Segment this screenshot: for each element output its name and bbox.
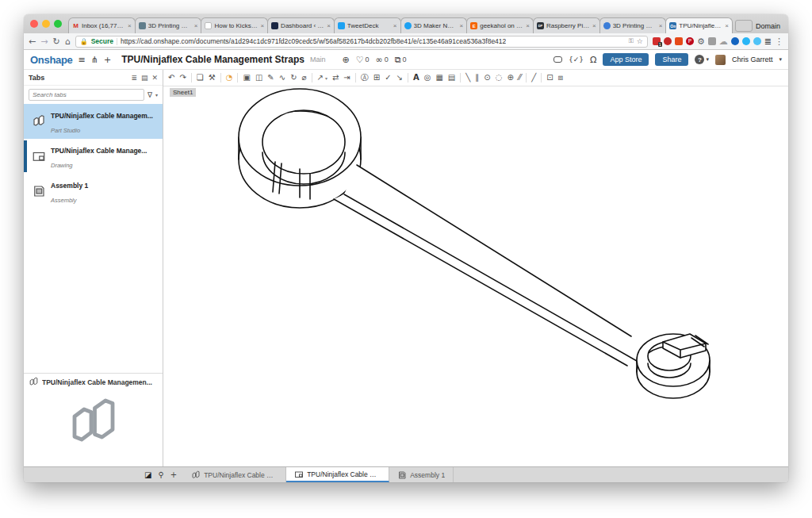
dimension-chevron-icon[interactable]: ▾ — [325, 75, 327, 81]
browser-tab-onshape-active[interactable]: On TPU/Ninjaflex Ca × — [665, 17, 733, 33]
preview-header[interactable]: TPU/Ninjaflex Cable Managemen... — [24, 374, 163, 390]
browser-tab-3d-printing-club[interactable]: 3D Printing Club × — [135, 17, 202, 33]
browser-tab-gmail[interactable]: M Inbox (16,778) - × — [68, 17, 136, 33]
centerline-pair-icon[interactable]: ∥ — [475, 74, 479, 82]
sheet-properties-icon[interactable]: ❏ — [197, 74, 204, 82]
extension-badge-icon[interactable]: 1 — [653, 37, 661, 45]
hole-table-icon[interactable]: ⊞ — [373, 74, 380, 82]
filter-funnel-icon[interactable]: ∇ — [147, 91, 152, 99]
browser-tab-tweetdeck[interactable]: TweetDeck × — [334, 17, 401, 33]
thread-circle-icon[interactable]: ⊕ — [507, 74, 513, 82]
sidebar-item-assembly[interactable]: Assembly 1Assembly — [24, 174, 163, 209]
bookmark-star-icon[interactable]: ☆ — [637, 38, 643, 45]
centerline-icon[interactable]: ╲ — [465, 74, 470, 82]
add-tab-icon[interactable]: + — [170, 470, 177, 479]
home-icon[interactable]: ⌂ — [65, 37, 71, 46]
doc-tab-drawing-active[interactable]: TPU/Ninjaflex Cable Ma... — [286, 467, 389, 482]
help-menu[interactable]: ? ▾ — [695, 55, 709, 64]
list-view-icon[interactable]: ≣ — [131, 74, 137, 82]
user-name[interactable]: Chris Garrett — [732, 56, 773, 63]
center-mark-icon[interactable]: ⊙ — [484, 74, 490, 82]
hatch-icon[interactable]: ⁄⁄ — [519, 74, 521, 82]
close-tab-icon[interactable]: × — [327, 22, 331, 29]
grid-view-icon[interactable]: ▤ — [141, 74, 148, 82]
doc-tab-part-studio[interactable]: TPU/Ninjaflex Cable Ma... — [183, 467, 286, 482]
projected-view-icon[interactable]: ↻ — [290, 74, 297, 82]
close-tab-icon[interactable]: × — [592, 22, 596, 29]
section-view-icon[interactable]: ⌀ — [302, 74, 307, 82]
linear-dimension-icon[interactable]: ⇄ — [332, 74, 339, 82]
workspace-name[interactable]: Main — [310, 56, 326, 63]
close-panel-icon[interactable]: ✕ — [151, 74, 158, 82]
weld-symbol-icon[interactable]: ↘ — [396, 74, 403, 82]
table-icon[interactable]: ▦ — [435, 74, 442, 82]
versions-icon[interactable]: ⋔ — [91, 55, 98, 65]
text-icon[interactable]: A — [413, 74, 419, 82]
person-extension-icon[interactable] — [675, 37, 683, 45]
bom-table-icon[interactable]: ▤ — [448, 74, 455, 82]
edit-tools-icon[interactable]: ⚒ — [209, 74, 216, 82]
url-field[interactable]: 🔒 Secure https://cad.onshape.com/documen… — [75, 36, 648, 48]
share-button[interactable]: Share — [655, 53, 688, 66]
redo-icon[interactable]: ↷ — [179, 74, 186, 82]
layers-extension-icon[interactable]: ≣ — [764, 37, 772, 46]
note-icon[interactable]: Ⓐ — [361, 74, 369, 82]
notifications-bell-icon[interactable]: Ω — [590, 55, 596, 65]
onshape-logo[interactable]: Onshape — [30, 54, 73, 66]
line-tool-icon[interactable]: ╱ — [531, 74, 536, 82]
browser-tab-dashboard[interactable]: Dashboard ‹ My × — [267, 17, 335, 33]
comment-icon[interactable] — [553, 56, 562, 63]
panel-toggle-icon[interactable]: ◪ — [144, 470, 151, 479]
sidebar-item-drawing[interactable]: TPU/Ninjaflex Cable Manage...Drawing — [24, 139, 163, 174]
export-sheet-icon[interactable]: ⊡ — [546, 74, 553, 82]
surface-finish-icon[interactable]: ✓ — [385, 74, 391, 82]
back-icon[interactable]: ← — [29, 37, 36, 46]
user-chevron-down-icon[interactable]: ▾ — [779, 56, 782, 63]
close-window-button[interactable] — [30, 20, 38, 28]
export-image-icon[interactable]: ⧈ — [558, 74, 563, 82]
globe-extension-icon[interactable] — [742, 37, 750, 45]
drop-extension-icon[interactable] — [731, 37, 739, 45]
like-icon[interactable]: ♡ — [356, 55, 364, 65]
browser-menu-icon[interactable]: ⋮ — [775, 37, 783, 46]
browser-tab-raspberry-pi[interactable]: DP Raspberry Pi Kio × — [533, 17, 600, 33]
insert-view-icon[interactable]: ▣ — [243, 74, 250, 82]
close-tab-icon[interactable]: × — [659, 22, 663, 29]
sheet-tab[interactable]: Sheet1 — [170, 88, 196, 97]
ordinate-dimension-icon[interactable]: ⇥ — [343, 74, 350, 82]
adblock-icon[interactable] — [664, 37, 672, 45]
filter-chevron-icon[interactable]: ▾ — [155, 92, 158, 98]
app-store-button[interactable]: App Store — [603, 53, 649, 66]
avatar[interactable] — [715, 55, 726, 65]
close-tab-icon[interactable]: × — [526, 22, 530, 29]
zoom-window-button[interactable] — [54, 20, 62, 28]
new-tab-button[interactable] — [735, 20, 753, 32]
circle-centerline-icon[interactable]: ◌ — [496, 74, 503, 82]
person-blue-extension-icon[interactable] — [753, 37, 761, 45]
close-tab-icon[interactable]: × — [260, 22, 264, 29]
sketch-icon[interactable]: ✎ — [267, 74, 274, 82]
close-tab-icon[interactable]: × — [393, 22, 397, 29]
dimension-icon[interactable]: ↗ — [317, 74, 324, 82]
strap-drawing-view[interactable] — [163, 86, 788, 466]
forward-icon[interactable]: → — [40, 37, 48, 46]
browser-tab-3d-printing-party[interactable]: 3D Printing Part × — [599, 17, 667, 33]
close-tab-icon[interactable]: × — [194, 22, 198, 29]
search-tabs-input[interactable] — [29, 89, 144, 101]
browser-tab-etsy[interactable]: E geekahol on Etsy × — [466, 17, 534, 33]
document-menu-icon[interactable]: ≡ — [79, 55, 86, 65]
spark-icon[interactable]: ◔ — [226, 74, 233, 82]
doc-tab-assembly[interactable]: Assembly 1 — [389, 467, 454, 482]
key-icon[interactable]: ⚿ — [629, 38, 634, 44]
spline-icon[interactable]: ∿ — [279, 74, 285, 82]
browser-tab-twitter[interactable]: 3D Maker Noob × — [400, 17, 468, 33]
minimize-window-button[interactable] — [42, 20, 50, 28]
undo-icon[interactable]: ↶ — [168, 74, 174, 82]
featurescript-icon[interactable]: {✓} — [569, 56, 584, 63]
pinterest-icon[interactable]: P — [686, 37, 694, 45]
search-tabs-icon[interactable]: ⚲ — [158, 470, 163, 479]
drawing-canvas[interactable]: Sheet1 — [163, 86, 788, 466]
chat-extension-icon[interactable] — [708, 37, 716, 45]
link-icon[interactable]: ∞ — [376, 55, 383, 65]
close-tab-icon[interactable]: × — [128, 22, 132, 29]
